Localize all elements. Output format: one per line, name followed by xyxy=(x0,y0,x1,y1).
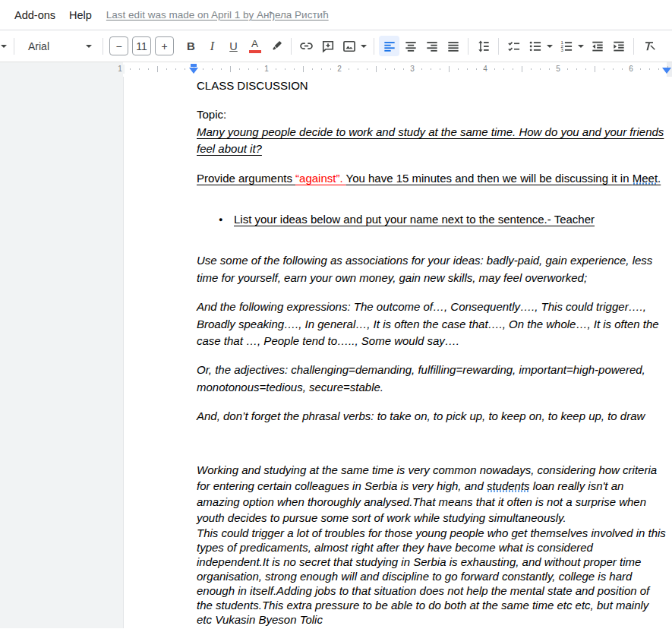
underline-button[interactable]: U xyxy=(223,36,244,56)
document-text[interactable]: CLASS DISCUSSIONTopic:Many young people … xyxy=(124,77,672,627)
doc-paragraph: Topic: xyxy=(197,106,667,123)
bulleted-list-icon xyxy=(528,39,543,54)
justify-button[interactable] xyxy=(443,36,463,56)
doc-text-run: And the following expressions: The outco… xyxy=(197,300,659,347)
link-icon xyxy=(298,38,314,54)
ruler-number: 4 xyxy=(481,65,490,74)
decrease-indent-button[interactable] xyxy=(587,36,607,56)
checklist-button[interactable] xyxy=(503,36,524,56)
doc-empty-line xyxy=(197,199,667,211)
toolbar-separator xyxy=(468,38,469,55)
chevron-down-icon xyxy=(361,45,367,48)
doc-paragraph: Many young people decide to work and stu… xyxy=(197,124,667,158)
menu-add-ons[interactable]: Add-ons xyxy=(8,6,62,24)
insert-link-button[interactable] xyxy=(296,36,317,56)
toolbar-separator xyxy=(14,38,14,55)
toolbar-separator xyxy=(633,38,634,55)
doc-empty-line xyxy=(197,158,667,170)
doc-empty-line xyxy=(197,286,667,299)
align-left-button[interactable] xyxy=(379,36,399,56)
doc-empty-line xyxy=(197,240,667,252)
doc-empty-line xyxy=(197,228,667,240)
doc-bullet-item: List your ideas below and put your name … xyxy=(197,211,667,228)
document-canvas: CLASS DISCUSSIONTopic:Many young people … xyxy=(0,77,672,628)
ruler: 1 123456 xyxy=(0,62,672,77)
font-size-input[interactable]: 11 xyxy=(132,36,151,55)
numbered-list-icon: 1 2 3 xyxy=(559,39,574,54)
bold-button[interactable]: B xyxy=(181,36,201,56)
align-left-icon xyxy=(382,39,397,54)
doc-empty-line xyxy=(197,425,667,438)
first-line-indent-marker[interactable] xyxy=(191,64,197,67)
toolbar-separator xyxy=(498,38,499,55)
numbered-list-button[interactable]: 1 2 3 xyxy=(556,36,586,56)
doc-paragraph: And the following expressions: The outco… xyxy=(197,299,667,349)
comment-plus-icon xyxy=(320,39,336,54)
highlight-color-button[interactable] xyxy=(266,36,286,56)
doc-text-run: Topic: xyxy=(197,108,226,121)
ruler-number: 5 xyxy=(554,65,563,74)
doc-text-run: “against”. xyxy=(295,172,345,185)
toolbar-separator xyxy=(374,38,374,55)
ruler-number: 1 xyxy=(262,65,271,74)
last-edit-link[interactable]: Last edit was made on April 1 by Анђела … xyxy=(106,9,329,21)
doc-text-run: Use some of the following as association… xyxy=(197,254,652,283)
align-center-button[interactable] xyxy=(400,36,421,56)
doc-text-run: students xyxy=(487,479,530,492)
justify-icon xyxy=(446,39,461,54)
insert-image-button[interactable] xyxy=(339,36,369,56)
toolbar: Arial − 11 + B I U A xyxy=(0,30,672,62)
align-right-icon xyxy=(424,39,440,54)
bulleted-list-button[interactable] xyxy=(525,36,555,56)
doc-text-run: Many young people decide to work and stu… xyxy=(197,125,664,155)
doc-text-run: You have 15 minutes and then we will be … xyxy=(346,172,633,185)
doc-text-run: . xyxy=(658,172,661,185)
increase-font-size-button[interactable]: + xyxy=(155,36,174,55)
align-center-icon xyxy=(403,39,418,54)
doc-paragraph: CLASS DISCUSSION xyxy=(197,77,667,94)
ruler-number: 2 xyxy=(335,65,344,74)
chevron-down-icon xyxy=(86,45,92,48)
doc-paragraph: Or, the adjectives: challenging=demandin… xyxy=(197,362,667,396)
doc-text-run: List your ideas below and put your name … xyxy=(234,213,595,226)
doc-text-run: Meet xyxy=(633,172,658,185)
font-family-select[interactable]: Arial xyxy=(19,36,98,56)
decrease-font-size-button[interactable]: − xyxy=(109,36,128,55)
menu-help[interactable]: Help xyxy=(62,6,99,24)
chevron-down-icon xyxy=(578,45,584,48)
increase-indent-button[interactable] xyxy=(608,36,629,56)
right-indent-marker[interactable] xyxy=(662,64,671,74)
styles-dropdown-caret-icon[interactable] xyxy=(0,36,9,56)
chevron-down-icon xyxy=(547,45,553,48)
doc-text-run: And, don’t forget the phrasal verbs: to … xyxy=(197,409,645,422)
document-page: CLASS DISCUSSIONTopic:Many young people … xyxy=(123,77,672,628)
text-color-icon: A xyxy=(249,39,261,53)
line-spacing-button[interactable] xyxy=(473,36,494,56)
line-spacing-icon xyxy=(476,39,491,54)
menu-bar: Add-ons Help Last edit was made on April… xyxy=(0,0,672,30)
clear-formatting-icon xyxy=(642,39,657,54)
doc-empty-line xyxy=(197,94,667,106)
doc-empty-line xyxy=(197,349,667,362)
doc-text-run: This could trigger a lot of troubles for… xyxy=(197,526,666,626)
clear-formatting-button[interactable] xyxy=(639,36,659,56)
doc-paragraph: This could trigger a lot of troubles for… xyxy=(197,526,667,627)
add-comment-button[interactable] xyxy=(317,36,338,56)
doc-empty-line xyxy=(197,187,667,199)
doc-empty-line xyxy=(197,438,667,450)
ruler-number-left: 1 xyxy=(115,65,125,74)
doc-text-run: Provide arguments xyxy=(197,172,295,185)
toolbar-separator xyxy=(291,38,292,55)
align-right-button[interactable] xyxy=(421,36,442,56)
doc-paragraph: And, don’t forget the phrasal verbs: to … xyxy=(197,408,667,425)
image-icon xyxy=(342,39,357,54)
toolbar-separator xyxy=(103,38,103,55)
ruler-number: 3 xyxy=(408,65,417,74)
doc-empty-line xyxy=(197,450,667,462)
font-family-value: Arial xyxy=(28,40,49,52)
italic-button[interactable]: I xyxy=(202,36,222,56)
left-indent-marker[interactable] xyxy=(189,64,198,74)
doc-paragraph: Use some of the following as association… xyxy=(197,252,667,286)
increase-indent-icon xyxy=(611,39,626,54)
text-color-button[interactable]: A xyxy=(245,36,265,56)
